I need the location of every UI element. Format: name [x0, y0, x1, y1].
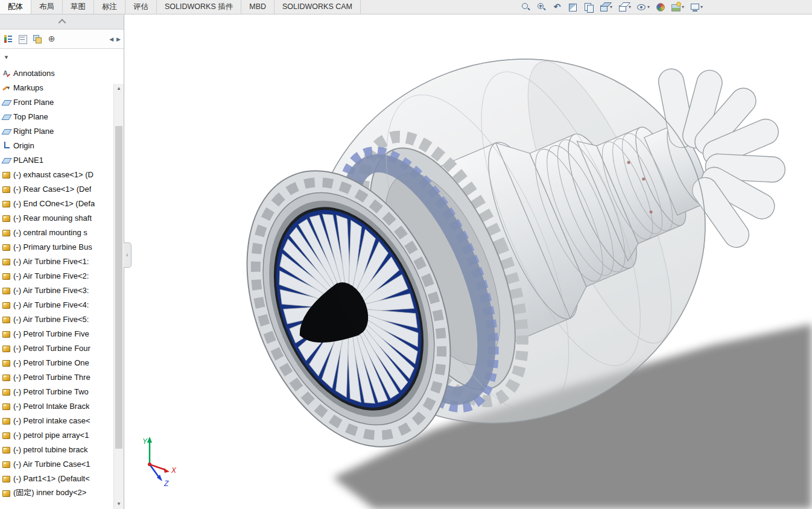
tree-item-28[interactable]: (-) Air Turbine Case<1 — [0, 457, 114, 471]
previous-view-button[interactable] — [551, 1, 563, 13]
part-icon — [2, 242, 11, 251]
view-orientation-button[interactable]: ▾ — [598, 1, 613, 13]
ribbon-tab-4[interactable]: 标注 — [94, 0, 125, 14]
tree-item-18[interactable]: (-) Air Turbine Five<5: — [0, 312, 114, 326]
tree-item-label: Markups — [13, 83, 43, 92]
display-style-button[interactable]: ▾ — [617, 1, 632, 13]
tree-item-17[interactable]: (-) Air Turbine Five<4: — [0, 297, 114, 312]
tree-item-19[interactable]: (-) Petrol Turbine Five — [0, 326, 114, 341]
triad-origin-dot — [148, 463, 151, 466]
hide-show-items-icon — [636, 2, 647, 12]
feature-tree-root-toggle[interactable]: ▼ — [0, 49, 124, 66]
tree-item-label: (-) Air Turbine Five<2: — [13, 271, 89, 280]
tree-item-20[interactable]: (-) Petrol Turbine Four — [0, 341, 114, 355]
tree-item-23[interactable]: (-) Petrol Turbine Two — [0, 384, 114, 399]
tree-item-30[interactable]: (固定) inner body<2> — [0, 485, 114, 500]
tree-item-11[interactable]: (-) Rear mouning shaft — [0, 210, 114, 225]
edit-appearance-button[interactable] — [655, 1, 666, 13]
panel-splitter-handle[interactable]: ‹ — [124, 242, 132, 268]
tree-scrollbar[interactable]: ▲ ▼ — [113, 84, 124, 509]
tree-item-label: PLANE1 — [13, 156, 43, 165]
tree-item-2[interactable]: Markups — [0, 80, 114, 95]
tree-item-10[interactable]: (-) End COne<1> (Defa — [0, 196, 114, 210]
tree-item-21[interactable]: (-) Petrol Turbine One — [0, 355, 114, 370]
tree-item-label: (-) Air Turbine Five<3: — [13, 286, 89, 295]
edit-appearance-icon — [655, 2, 665, 12]
tree-item-label: (-) Part1<1> (Default< — [13, 474, 90, 483]
featuremanager-tree-tab[interactable] — [3, 34, 13, 44]
graphics-area[interactable]: Y X Z — [124, 14, 812, 509]
part-icon — [2, 358, 11, 367]
tree-item-24[interactable]: (-) Petrol Intake Brack — [0, 399, 114, 413]
tree-item-label: Annotations — [13, 69, 55, 78]
tree-item-26[interactable]: (-) petrol pipe array<1 — [0, 428, 114, 442]
tree-item-7[interactable]: PLANE1 — [0, 153, 114, 167]
configurationmanager-tab[interactable] — [32, 34, 42, 44]
part-icon — [2, 185, 11, 194]
part-icon — [2, 286, 11, 295]
dropdown-caret-icon[interactable]: ▾ — [647, 1, 650, 13]
annotation-views-button[interactable] — [583, 1, 594, 13]
tree-item-label: (固定) inner body<2> — [13, 487, 86, 498]
apply-scene-button[interactable]: ▾ — [670, 1, 685, 13]
ribbon-collapse-strip[interactable] — [0, 14, 124, 30]
tree-item-label: (-) Air Turbine Case<1 — [13, 460, 90, 469]
tree-item-label: (-) Rear Case<1> (Def — [13, 185, 91, 194]
tree-item-13[interactable]: (-) Primary turbine Bus — [0, 239, 114, 254]
part-icon — [2, 257, 11, 266]
markups-icon — [2, 83, 11, 92]
tree-item-25[interactable]: (-) Petrol intake case< — [0, 413, 114, 428]
zoom-to-fit-button[interactable] — [520, 1, 531, 13]
display-style-icon — [618, 2, 628, 12]
tree-item-label: Front Plane — [13, 98, 54, 107]
tree-item-1[interactable]: Annotations — [0, 66, 114, 80]
apply-scene-icon — [671, 2, 681, 12]
tree-item-label: (-) End COne<1> (Defa — [13, 199, 95, 208]
scrollbar-thumb[interactable] — [115, 126, 122, 449]
scroll-down-arrow-icon[interactable]: ▼ — [114, 499, 124, 509]
plane-icon — [2, 98, 11, 107]
scroll-up-arrow-icon[interactable]: ▲ — [114, 84, 124, 93]
tree-item-27[interactable]: (-) petrol tubine brack — [0, 442, 114, 457]
tree-item-9[interactable]: (-) Rear Case<1> (Def — [0, 182, 114, 196]
tree-item-5[interactable]: Right Plane — [0, 124, 114, 138]
hide-show-items-button[interactable]: ▾ — [636, 1, 650, 13]
tree-item-4[interactable]: Top Plane — [0, 109, 114, 124]
ribbon-tab-1[interactable]: 配体 — [0, 0, 31, 14]
part-icon — [2, 300, 11, 309]
ribbon-tab-8[interactable]: SOLIDWORKS CAM — [274, 0, 361, 14]
annotation-views-icon — [583, 2, 594, 12]
ribbon-tab-6[interactable]: SOLIDWORKS 插件 — [157, 0, 241, 14]
ribbon-tab-3[interactable]: 草图 — [63, 0, 94, 14]
tree-item-15[interactable]: (-) Air Turbine Five<2: — [0, 268, 114, 283]
tree-item-29[interactable]: (-) Part1<1> (Default< — [0, 471, 114, 485]
dropdown-caret-icon[interactable]: ▾ — [700, 1, 703, 13]
section-view-button[interactable] — [567, 1, 579, 13]
model-svg[interactable]: Y X Z — [124, 14, 812, 509]
tree-back-button[interactable]: ◀ — [109, 36, 113, 42]
view-settings-button[interactable]: ▾ — [689, 1, 703, 13]
tree-item-16[interactable]: (-) Air Turbine Five<3: — [0, 283, 114, 297]
tree-item-label: Origin — [13, 141, 34, 150]
tree-item-6[interactable]: Origin — [0, 138, 114, 153]
zoom-to-area-button[interactable] — [536, 1, 547, 13]
propertymanager-tab[interactable] — [17, 34, 28, 44]
dropdown-caret-icon[interactable]: ▾ — [682, 1, 684, 13]
feature-tree-list: AnnotationsMarkupsFront PlaneTop PlaneRi… — [0, 66, 124, 500]
orientation-triad[interactable]: Y X Z — [142, 437, 177, 488]
ribbon-tab-5[interactable]: 评估 — [125, 0, 157, 14]
tree-item-12[interactable]: (-) central mounting s — [0, 225, 114, 239]
tree-item-label: (-) Rear mouning shaft — [13, 213, 92, 223]
previous-view-icon — [552, 2, 562, 12]
tree-forward-button[interactable]: ▶ — [116, 36, 121, 42]
tree-item-14[interactable]: (-) Air Turbine Five<1: — [0, 254, 114, 268]
tree-item-3[interactable]: Front Plane — [0, 95, 114, 109]
tree-item-8[interactable]: (-) exhaust case<1> (D — [0, 167, 114, 182]
panel-manager-tabs: ◀ ▶ — [0, 30, 124, 49]
dimxpertmanager-tab[interactable] — [46, 34, 57, 44]
tree-item-label: (-) exhaust case<1> (D — [13, 170, 94, 179]
ribbon-tab-7[interactable]: MBD — [241, 0, 274, 14]
tree-item-label: (-) Petrol Turbine Four — [13, 344, 90, 353]
tree-item-22[interactable]: (-) Petrol Turbine Thre — [0, 370, 114, 384]
ribbon-tab-2[interactable]: 布局 — [31, 0, 63, 14]
